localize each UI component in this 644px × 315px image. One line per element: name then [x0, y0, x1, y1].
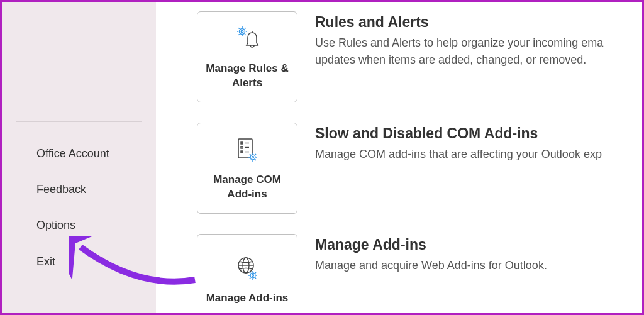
info-desc-line: Use Rules and Alerts to help organize yo… — [315, 35, 603, 52]
sidebar-item-feedback[interactable]: Feedback — [2, 172, 156, 207]
sidebar-item-label: Office Account — [36, 147, 109, 160]
svg-line-26 — [255, 154, 256, 155]
svg-point-0 — [240, 29, 245, 35]
option-info: Rules and Alerts Use Rules and Alerts to… — [315, 11, 603, 69]
svg-rect-16 — [241, 151, 243, 153]
svg-point-31 — [250, 273, 255, 278]
svg-line-6 — [245, 35, 246, 36]
sidebar: Office Account Feedback Options Exit — [2, 2, 156, 313]
sidebar-item-label: Feedback — [36, 183, 86, 196]
manage-com-addins-tile[interactable]: Manage COM Add-ins — [197, 123, 297, 214]
info-title: Rules and Alerts — [315, 14, 603, 31]
info-title: Manage Add-ins — [315, 236, 547, 253]
sidebar-item-label: Options — [36, 219, 75, 231]
sidebar-item-options[interactable]: Options — [2, 207, 156, 243]
web-addins-icon — [233, 253, 261, 284]
svg-line-38 — [250, 278, 250, 279]
info-desc-line: Manage COM add-ins that are affecting yo… — [315, 146, 602, 163]
svg-point-18 — [250, 155, 255, 160]
app-window: Office Account Feedback Options Exit — [0, 0, 644, 315]
sidebar-item-exit[interactable]: Exit — [2, 244, 156, 280]
option-row-rules: Manage Rules & Alerts Rules and Alerts U… — [197, 11, 642, 102]
com-addins-icon — [233, 135, 261, 165]
svg-line-24 — [255, 160, 256, 160]
sidebar-item-office-account[interactable]: Office Account — [2, 136, 156, 172]
content-area: Manage Rules & Alerts Rules and Alerts U… — [156, 2, 642, 313]
manage-rules-tile[interactable]: Manage Rules & Alerts — [197, 11, 297, 102]
svg-line-5 — [238, 28, 240, 30]
sidebar-divider — [16, 121, 142, 122]
svg-point-9 — [241, 31, 243, 33]
tile-label: Manage Rules & Alerts — [203, 62, 292, 89]
option-info: Slow and Disabled COM Add-ins Manage COM… — [315, 123, 602, 163]
tile-label: Manage COM Add-ins — [203, 173, 292, 201]
tile-label: Manage Add-ins — [206, 291, 289, 305]
svg-rect-14 — [241, 146, 243, 148]
svg-line-25 — [250, 160, 250, 160]
rules-alerts-icon — [232, 24, 262, 54]
manage-addins-tile[interactable]: Manage Add-ins — [197, 234, 297, 313]
svg-line-39 — [255, 272, 256, 273]
info-desc-line: Manage and acquire Web Add-ins for Outlo… — [315, 257, 547, 274]
svg-rect-12 — [241, 142, 243, 144]
option-row-web-addins: Manage Add-ins Manage Add-ins Manage and… — [197, 234, 642, 313]
svg-line-7 — [238, 35, 240, 36]
option-info: Manage Add-ins Manage and acquire Web Ad… — [315, 234, 547, 274]
svg-line-8 — [245, 28, 246, 30]
svg-line-36 — [250, 272, 250, 273]
sidebar-item-label: Exit — [36, 255, 55, 268]
svg-line-37 — [255, 278, 256, 279]
svg-line-23 — [250, 154, 250, 155]
info-title: Slow and Disabled COM Add-ins — [315, 125, 602, 142]
option-row-com-addins: Manage COM Add-ins Slow and Disabled COM… — [197, 123, 642, 214]
info-desc-line: updates when items are added, changed, o… — [315, 52, 603, 69]
